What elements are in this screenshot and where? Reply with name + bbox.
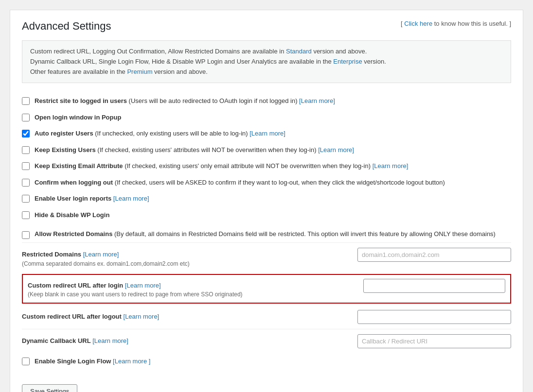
label-keep-existing-users[interactable]: Keep Existing Users (If checked, existin… [35, 145, 354, 155]
input-custom-redirect-logout[interactable] [357, 310, 511, 324]
field-label-custom-redirect-login: Custom redirect URL after login [Learn m… [28, 279, 363, 299]
label-restrict-site[interactable]: Restrict site to logged in users (Users … [35, 96, 335, 106]
label-keep-existing-email[interactable]: Keep Existing Email Attribute (If checke… [35, 161, 408, 171]
page-container: Advanced Settings [ Click here to know h… [10, 10, 523, 392]
checkbox-hide-disable-wp-login[interactable] [22, 211, 30, 219]
info-line-1: Custom redirect URL, Logging Out Confirm… [30, 47, 503, 57]
field-input-container-dynamic-callback-url [357, 334, 511, 348]
learn-more-restrict-site[interactable]: [Learn more] [299, 97, 335, 104]
label-enable-user-login-reports[interactable]: Enable User login reports [Learn more] [35, 194, 149, 204]
checkbox-row-hide-disable-wp-login: Hide & Disable WP Login [22, 207, 511, 223]
checkbox-open-login-popup[interactable] [22, 114, 30, 121]
checkbox-keep-existing-users[interactable] [22, 146, 30, 154]
info-box: Custom redirect URL, Logging Out Confirm… [22, 40, 511, 83]
page-header: Advanced Settings [ Click here to know h… [22, 20, 511, 33]
checkbox-keep-existing-email[interactable] [22, 162, 30, 170]
field-row-dynamic-callback-url: Dynamic Callback URL [Learn more] [22, 329, 511, 353]
label-confirm-logout[interactable]: Confirm when logging out (If checked, us… [35, 178, 445, 187]
standard-link[interactable]: Standard [286, 48, 312, 55]
checkbox-row-open-login-popup: Open login window in Popup [22, 109, 511, 126]
learn-more-single-login[interactable]: [Learn more ] [113, 358, 150, 365]
field-input-container-custom-redirect-login [363, 279, 505, 293]
checkbox-row-keep-existing-users: Keep Existing Users (If checked, existin… [22, 142, 511, 158]
field-input-container-restricted-domains [357, 248, 511, 262]
learn-more-enable-user-login-reports[interactable]: [Learn more] [113, 195, 149, 202]
click-here-link[interactable]: Click here [404, 20, 432, 27]
field-label-dynamic-callback-url: Dynamic Callback URL [Learn more] [22, 334, 357, 346]
premium-link[interactable]: Premium [127, 68, 152, 75]
info-line-2: Dynamic Callback URL, Single Login Flow,… [30, 57, 503, 67]
input-restricted-domains[interactable] [357, 248, 511, 262]
learn-more-keep-existing-users[interactable]: [Learn more] [318, 146, 354, 153]
label-open-login-popup[interactable]: Open login window in Popup [35, 113, 121, 122]
header-help-text: [ Click here to know how this is useful.… [401, 20, 511, 27]
checkbox-auto-register[interactable] [22, 130, 30, 137]
field-input-container-custom-redirect-logout [357, 310, 511, 324]
label-single-login[interactable]: Enable Single Login Flow [Learn more ] [35, 357, 150, 366]
learn-more-dynamic-callback-url[interactable]: [Learn more] [92, 337, 128, 344]
learn-more-restricted-domains[interactable]: [Learn more] [83, 251, 119, 258]
checkbox-row-restrict-site: Restrict site to logged in users (Users … [22, 93, 511, 109]
allow-restricted-row: Allow Restricted Domains (By default, al… [22, 227, 511, 242]
enterprise-link[interactable]: Enterprise [333, 58, 362, 65]
fields-section: Restricted Domains [Learn more](Comma se… [22, 242, 511, 353]
enable-single-login-row: Enable Single Login Flow [Learn more ] [22, 353, 511, 370]
learn-more-keep-existing-email[interactable]: [Learn more] [373, 162, 409, 170]
save-settings-button[interactable]: Save Settings [22, 384, 77, 392]
label-hide-disable-wp-login[interactable]: Hide & Disable WP Login [35, 210, 109, 220]
checkbox-allow-restricted-domains[interactable] [22, 231, 30, 239]
field-row-custom-redirect-login: Custom redirect URL after login [Learn m… [22, 274, 511, 304]
field-label-restricted-domains: Restricted Domains [Learn more](Comma se… [22, 248, 357, 268]
learn-more-auto-register[interactable]: [Learn more] [249, 130, 285, 137]
checkbox-row-keep-existing-email: Keep Existing Email Attribute (If checke… [22, 158, 511, 174]
checkbox-row-auto-register: Auto register Users (If unchecked, only … [22, 125, 511, 142]
checkbox-row-enable-user-login-reports: Enable User login reports [Learn more] [22, 190, 511, 207]
checkbox-confirm-logout[interactable] [22, 179, 30, 187]
learn-more-custom-redirect-logout[interactable]: [Learn more] [124, 313, 160, 320]
input-dynamic-callback-url[interactable] [357, 334, 511, 348]
label-allow-restricted[interactable]: Allow Restricted Domains (By default, al… [35, 230, 496, 238]
checkbox-enable-single-login[interactable] [22, 358, 30, 365]
field-label-custom-redirect-logout: Custom redirect URL after logout [Learn … [22, 310, 357, 322]
page-title: Advanced Settings [22, 20, 111, 33]
label-auto-register[interactable]: Auto register Users (If unchecked, only … [35, 129, 285, 138]
checkbox-restrict-site[interactable] [22, 97, 30, 105]
checkbox-row-confirm-logout: Confirm when logging out (If checked, us… [22, 174, 511, 191]
learn-more-custom-redirect-login[interactable]: [Learn more] [125, 282, 161, 289]
info-line-3: Other features are available in the Prem… [30, 67, 503, 77]
input-custom-redirect-login[interactable] [363, 279, 505, 293]
save-btn-row: Save Settings [22, 379, 511, 392]
checkbox-enable-user-login-reports[interactable] [22, 195, 30, 203]
field-row-restricted-domains: Restricted Domains [Learn more](Comma se… [22, 242, 511, 273]
field-row-custom-redirect-logout: Custom redirect URL after logout [Learn … [22, 305, 511, 329]
checkboxes-section: Restrict site to logged in users (Users … [22, 93, 511, 223]
